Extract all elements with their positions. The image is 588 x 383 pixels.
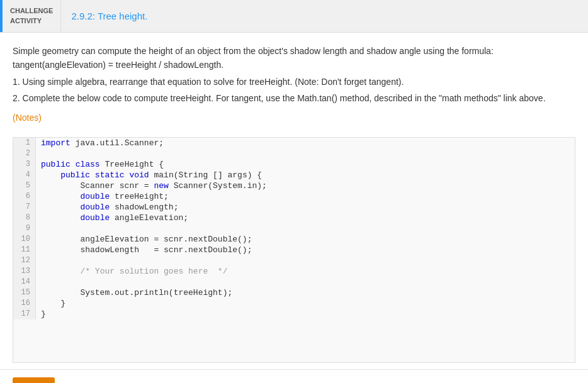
code-line-12: 12 xyxy=(13,255,575,266)
code-line-13: 13 /* Your solution goes here */ xyxy=(13,266,575,277)
code-line-5: 5 Scanner scnr = new Scanner(System.in); xyxy=(13,180,575,191)
code-line-21: 21 xyxy=(13,352,575,362)
challenge-activity-label: CHALLENGE ACTIVITY xyxy=(3,0,61,32)
code-line-8: 8 double angleElevation; xyxy=(13,213,575,223)
code-line-15: 15 System.out.println(treeHeight); xyxy=(13,287,575,298)
challenge-label-line1: CHALLENGE xyxy=(10,6,53,16)
code-line-1: 1 import java.util.Scanner; xyxy=(13,138,575,148)
code-line-7: 7 double shadowLength; xyxy=(13,202,575,213)
code-line-18: 18 xyxy=(13,319,575,330)
bottom-bar: Run xyxy=(0,369,588,383)
activity-title: 2.9.2: Tree height. xyxy=(61,0,157,32)
description-intro: Simple geometry can compute the height o… xyxy=(13,44,575,72)
code-line-11: 11 shadowLength = scnr.nextDouble(); xyxy=(13,245,575,255)
code-line-17: 17 } xyxy=(13,309,575,319)
code-line-19: 19 xyxy=(13,330,575,341)
code-line-9: 9 xyxy=(13,223,575,234)
code-line-20: 20 xyxy=(13,341,575,352)
code-line-14: 14 xyxy=(13,277,575,287)
code-editor[interactable]: 1 import java.util.Scanner; 2 3 public c… xyxy=(13,137,575,363)
code-line-16: 16 } xyxy=(13,298,575,309)
run-button[interactable]: Run xyxy=(13,377,55,383)
description-step1: 1. Using simple algebra, rearrange that … xyxy=(13,75,575,89)
main-container: CHALLENGE ACTIVITY 2.9.2: Tree height. S… xyxy=(0,0,588,383)
header: CHALLENGE ACTIVITY 2.9.2: Tree height. xyxy=(0,0,588,33)
code-line-3: 3 public class TreeHeight { xyxy=(13,159,575,170)
description-step2: 2. Complete the below code to compute tr… xyxy=(13,91,575,105)
challenge-label-line2: ACTIVITY xyxy=(10,16,53,26)
code-line-2: 2 xyxy=(13,148,575,159)
code-line-6: 6 double treeHeight; xyxy=(13,191,575,202)
code-line-4: 4 public static void main(String [] args… xyxy=(13,170,575,180)
content-area: Simple geometry can compute the height o… xyxy=(0,33,588,369)
description-block: Simple geometry can compute the height o… xyxy=(13,44,575,125)
notes-link[interactable]: (Notes) xyxy=(13,111,42,125)
code-lines: 1 import java.util.Scanner; 2 3 public c… xyxy=(13,138,575,362)
code-line-10: 10 angleElevation = scnr.nextDouble(); xyxy=(13,234,575,245)
